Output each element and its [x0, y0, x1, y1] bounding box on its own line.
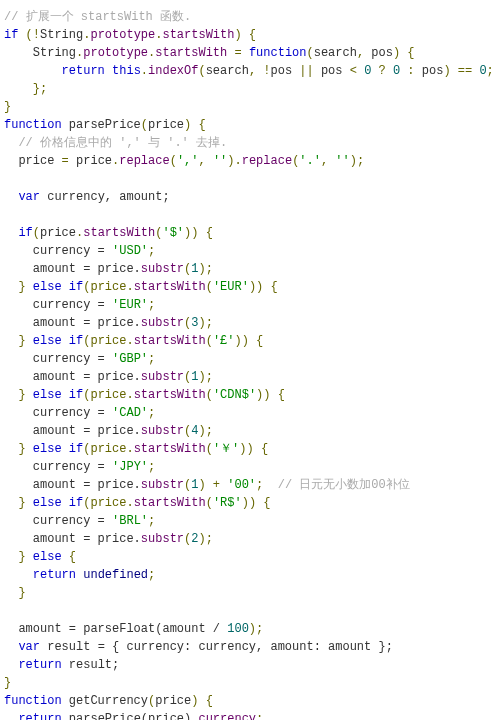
comment: // 扩展一个 startsWith 函数.: [4, 10, 191, 24]
code-block: // 扩展一个 startsWith 函数. if (!String.proto…: [4, 8, 500, 720]
kw-if: if: [4, 28, 18, 42]
